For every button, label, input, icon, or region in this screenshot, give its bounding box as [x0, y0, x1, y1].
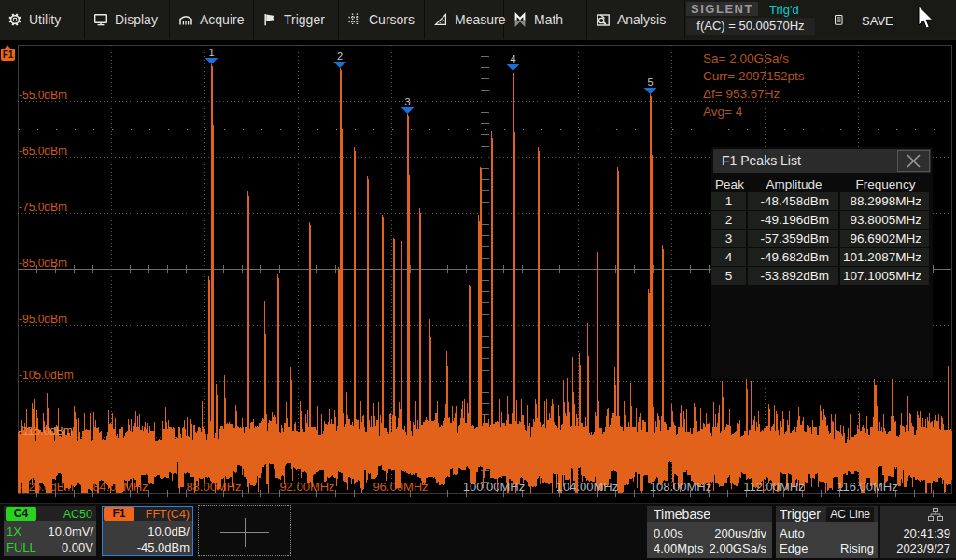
svg-text:116.00MHz: 116.00MHz	[836, 480, 898, 494]
svg-text:Δf= 953.67Hz: Δf= 953.67Hz	[703, 87, 780, 101]
svg-text:1: 1	[208, 47, 214, 58]
svg-text:2: 2	[337, 50, 343, 62]
svg-text:-95.0dBm: -95.0dBm	[19, 313, 67, 326]
svg-text:Curr= 2097152pts: Curr= 2097152pts	[703, 69, 805, 83]
svg-text:-65.0dBm: -65.0dBm	[19, 145, 67, 158]
svg-text:4: 4	[510, 53, 515, 64]
svg-text:5: 5	[647, 77, 653, 88]
svg-text:100.00MHz: 100.00MHz	[463, 480, 525, 494]
svg-text:104.00MHz: 104.00MHz	[556, 480, 618, 494]
svg-text:Sa= 2.00GSa/s: Sa= 2.00GSa/s	[703, 51, 789, 65]
svg-text:-85.0dBm: -85.0dBm	[19, 257, 67, 270]
svg-text:108.00MHz: 108.00MHz	[650, 480, 711, 494]
svg-text:3: 3	[404, 96, 410, 107]
svg-text:-105.0dBm: -105.0dBm	[19, 369, 74, 382]
svg-text:-115.0dBm: -115.0dBm	[19, 425, 73, 438]
svg-text:112.00MHz: 112.00MHz	[743, 480, 805, 494]
svg-text:-55.0dBm: -55.0dBm	[19, 89, 67, 102]
svg-text:Avg= 4: Avg= 4	[703, 105, 743, 119]
svg-text:-75.0dBm: -75.0dBm	[19, 201, 67, 214]
